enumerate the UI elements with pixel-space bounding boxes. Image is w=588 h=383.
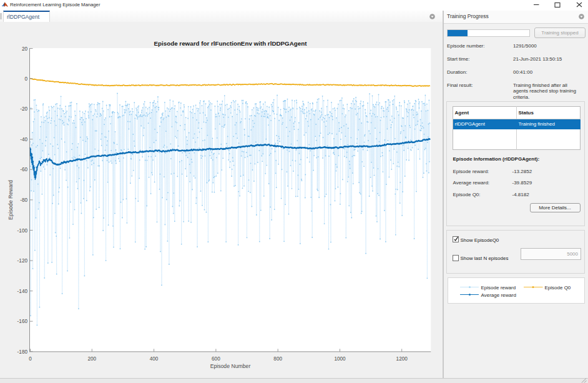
svg-text:1000: 1000 bbox=[334, 356, 346, 362]
svg-text:600: 600 bbox=[212, 356, 220, 362]
svg-text:-120: -120 bbox=[17, 258, 28, 264]
svg-text:-160: -160 bbox=[17, 319, 28, 324]
svg-text:800: 800 bbox=[273, 356, 282, 362]
svg-text:Episode Reward: Episode Reward bbox=[7, 180, 14, 220]
svg-text:-20: -20 bbox=[20, 106, 27, 112]
svg-text:20: 20 bbox=[22, 46, 28, 52]
svg-text:-100: -100 bbox=[17, 228, 28, 234]
svg-text:-60: -60 bbox=[20, 167, 27, 172]
svg-text:-180: -180 bbox=[17, 349, 28, 355]
svg-text:Episode Number: Episode Number bbox=[210, 363, 251, 369]
svg-text:-140: -140 bbox=[17, 289, 28, 294]
svg-text:-40: -40 bbox=[20, 137, 27, 142]
svg-text:-80: -80 bbox=[20, 197, 27, 203]
svg-text:0: 0 bbox=[24, 76, 27, 82]
svg-text:400: 400 bbox=[150, 356, 159, 362]
svg-text:Episode reward for rlFunctionE: Episode reward for rlFunctionEnv with rl… bbox=[154, 40, 308, 47]
svg-text:1200: 1200 bbox=[396, 356, 408, 362]
svg-text:200: 200 bbox=[87, 356, 96, 362]
svg-text:0: 0 bbox=[29, 356, 32, 362]
